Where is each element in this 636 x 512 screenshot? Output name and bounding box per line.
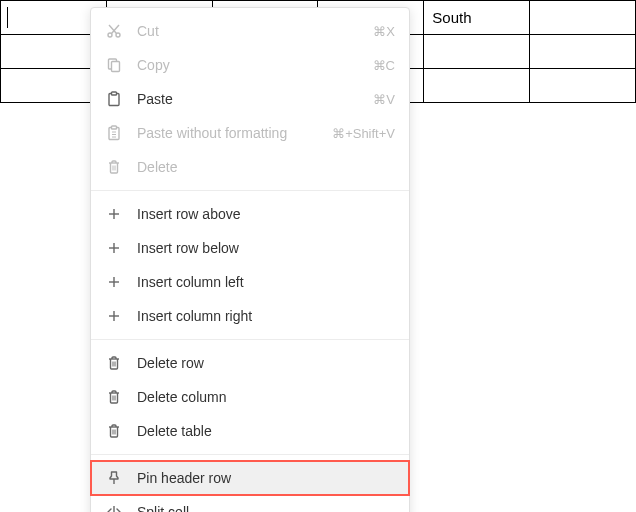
trash-icon (105, 388, 123, 406)
menu-label: Insert column left (137, 274, 395, 290)
svg-point-0 (108, 33, 112, 37)
menu-label: Delete column (137, 389, 395, 405)
menu-label: Delete row (137, 355, 395, 371)
menu-item-insert-column-right[interactable]: Insert column right (91, 299, 409, 333)
menu-label: Cut (137, 23, 373, 39)
menu-label: Delete table (137, 423, 395, 439)
trash-icon (105, 158, 123, 176)
menu-shortcut: ⌘V (373, 92, 395, 107)
plus-icon (105, 307, 123, 325)
plus-icon (105, 239, 123, 257)
menu-item-delete-table[interactable]: Delete table (91, 414, 409, 448)
menu-divider (91, 339, 409, 340)
menu-item-insert-column-left[interactable]: Insert column left (91, 265, 409, 299)
menu-divider (91, 190, 409, 191)
menu-label: Pin header row (137, 470, 395, 486)
menu-item-paste[interactable]: Paste⌘V (91, 82, 409, 116)
svg-rect-9 (112, 126, 117, 129)
menu-item-split-cell[interactable]: Split cell (91, 495, 409, 512)
plus-icon (105, 205, 123, 223)
menu-shortcut: ⌘+Shift+V (332, 126, 395, 141)
menu-item-cut: Cut⌘X (91, 14, 409, 48)
menu-label: Insert row below (137, 240, 395, 256)
menu-shortcut: ⌘X (373, 24, 395, 39)
text-cursor (7, 7, 8, 28)
table-cell[interactable] (530, 1, 636, 35)
paste-plain-icon (105, 124, 123, 142)
menu-item-delete-column[interactable]: Delete column (91, 380, 409, 414)
menu-item-delete: Delete (91, 150, 409, 184)
menu-shortcut: ⌘C (373, 58, 395, 73)
menu-label: Insert row above (137, 206, 395, 222)
context-menu: Cut⌘XCopy⌘CPaste⌘VPaste without formatti… (90, 7, 410, 512)
menu-divider (91, 454, 409, 455)
menu-item-insert-row-above[interactable]: Insert row above (91, 197, 409, 231)
paste-icon (105, 90, 123, 108)
menu-label: Split cell (137, 504, 395, 512)
menu-item-insert-row-below[interactable]: Insert row below (91, 231, 409, 265)
table-cell[interactable] (424, 35, 530, 69)
split-icon (105, 503, 123, 512)
menu-item-delete-row[interactable]: Delete row (91, 346, 409, 380)
menu-item-pin-header-row[interactable]: Pin header row (91, 461, 409, 495)
trash-icon (105, 354, 123, 372)
menu-label: Paste (137, 91, 373, 107)
svg-rect-7 (112, 92, 117, 95)
menu-item-copy: Copy⌘C (91, 48, 409, 82)
plus-icon (105, 273, 123, 291)
pin-icon (105, 469, 123, 487)
svg-point-1 (116, 33, 120, 37)
menu-label: Insert column right (137, 308, 395, 324)
svg-rect-5 (112, 62, 120, 72)
table-cell[interactable] (530, 69, 636, 103)
menu-label: Delete (137, 159, 395, 175)
trash-icon (105, 422, 123, 440)
copy-icon (105, 56, 123, 74)
menu-item-paste-without-formatting: Paste without formatting⌘+Shift+V (91, 116, 409, 150)
menu-label: Paste without formatting (137, 125, 332, 141)
table-cell[interactable]: South (424, 1, 530, 35)
menu-label: Copy (137, 57, 373, 73)
table-cell[interactable] (530, 35, 636, 69)
table-cell[interactable] (424, 69, 530, 103)
cut-icon (105, 22, 123, 40)
